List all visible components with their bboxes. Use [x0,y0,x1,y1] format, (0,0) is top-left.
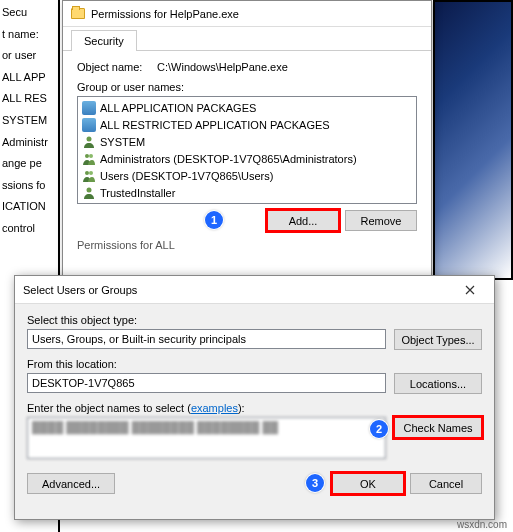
location-field: DESKTOP-1V7Q865 [27,373,386,393]
list-item[interactable]: Users (DESKTOP-1V7Q865\Users) [80,167,414,184]
object-types-button[interactable]: Object Types... [394,329,482,350]
permissions-for-label: Permissions for ALL [77,239,417,251]
ok-button[interactable]: OK [332,473,404,494]
location-label: From this location: [27,358,386,370]
window-title: Permissions for HelpPane.exe [91,8,239,20]
list-item[interactable]: SYSTEM [80,133,414,150]
titlebar[interactable]: Select Users or Groups [15,276,494,304]
enter-names-label: Enter the object names to select (exampl… [27,402,386,414]
callout-1: 1 [205,211,223,229]
locations-button[interactable]: Locations... [394,373,482,394]
object-names-input[interactable]: ████ ████████ ████████ ████████ ██ [27,417,386,459]
object-name-label: Object name: [77,61,157,73]
user-icon [82,186,96,200]
object-name-value: C:\Windows\HelpPane.exe [157,61,288,73]
object-type-field: Users, Groups, or Built-in security prin… [27,329,386,349]
tab-bar: Security [63,27,431,51]
package-icon [82,118,96,132]
titlebar[interactable]: Permissions for HelpPane.exe [63,1,431,27]
remove-button[interactable]: Remove [345,210,417,231]
object-type-label: Select this object type: [27,314,386,326]
list-item[interactable]: Administrators (DESKTOP-1V7Q865\Administ… [80,150,414,167]
callout-3: 3 [306,474,324,492]
group-icon [82,169,96,183]
callout-2: 2 [370,420,388,438]
select-users-dialog: Select Users or Groups Select this objec… [14,275,495,520]
package-icon [82,101,96,115]
group-user-list[interactable]: ALL APPLICATION PACKAGES ALL RESTRICTED … [77,96,417,204]
folder-icon [71,8,85,19]
examples-link[interactable]: examples [191,402,238,414]
list-item[interactable]: ALL APPLICATION PACKAGES [80,99,414,116]
close-icon [465,285,475,295]
close-button[interactable] [454,280,486,300]
window-title: Select Users or Groups [23,284,137,296]
add-button[interactable]: Add... [267,210,339,231]
permissions-dialog: Permissions for HelpPane.exe Security Ob… [62,0,432,280]
tab-security[interactable]: Security [71,30,137,51]
svg-point-11 [87,187,92,192]
svg-point-6 [87,136,92,141]
list-item[interactable]: TrustedInstaller [80,184,414,201]
user-icon [82,135,96,149]
list-item[interactable]: ALL RESTRICTED APPLICATION PACKAGES [80,116,414,133]
advanced-button[interactable]: Advanced... [27,473,115,494]
background-decoration [433,0,513,280]
svg-point-7 [85,154,89,158]
check-names-button[interactable]: Check Names [394,417,482,438]
group-icon [82,152,96,166]
group-user-label: Group or user names: [77,81,417,93]
cancel-button[interactable]: Cancel [410,473,482,494]
svg-point-8 [89,154,93,158]
svg-point-9 [85,171,89,175]
watermark-text: wsxdn.com [457,519,507,530]
svg-point-10 [89,171,93,175]
